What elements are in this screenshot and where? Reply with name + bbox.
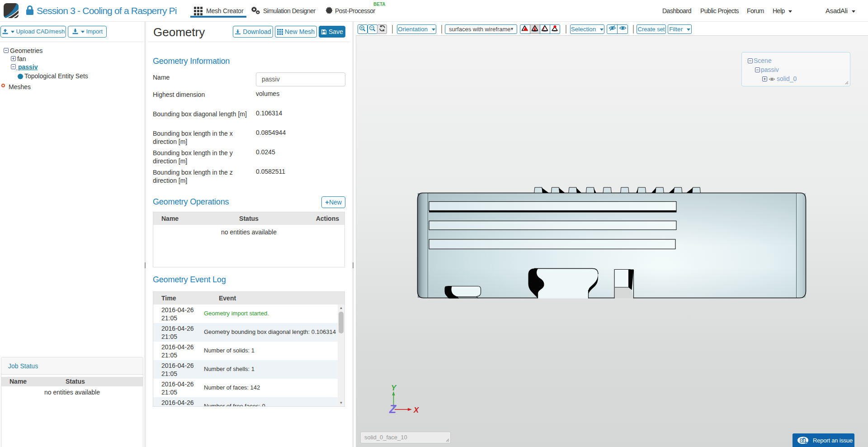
svg-text:Y: Y <box>391 384 397 392</box>
svg-text:X: X <box>413 406 420 414</box>
svg-text:Z: Z <box>389 403 397 415</box>
